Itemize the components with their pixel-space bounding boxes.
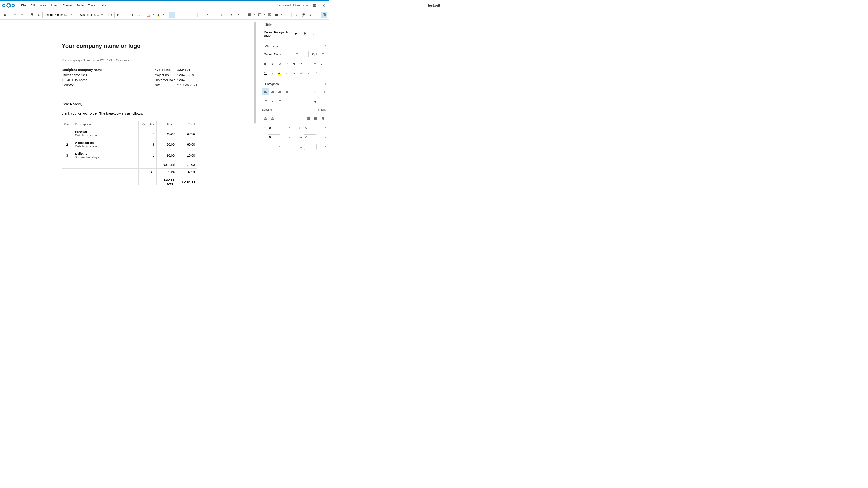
- line-spacing-button[interactable]: [262, 143, 269, 150]
- indent-after-input[interactable]: [304, 134, 316, 140]
- increase-indent-button[interactable]: [230, 12, 236, 18]
- highlight-color-dropdown[interactable]: ▼: [162, 12, 165, 18]
- align-justify-button[interactable]: [284, 88, 290, 95]
- paragraph-style-dropdown[interactable]: Default Paragraph ... ▼: [42, 12, 74, 18]
- menu-table[interactable]: Table: [74, 2, 86, 9]
- align-center-button[interactable]: [269, 88, 276, 95]
- character-panel-launch-icon[interactable]: A̲: [324, 45, 327, 48]
- char-spacing-button[interactable]: VA: [298, 70, 305, 76]
- font-name-dropdown[interactable]: Source Sans Pro ▼: [262, 51, 301, 57]
- document-page[interactable]: Your company name or logo Your company ·…: [40, 24, 219, 185]
- bullet-list-button[interactable]: [213, 12, 219, 18]
- bullet-list-button[interactable]: [262, 98, 269, 105]
- underline-button[interactable]: U: [276, 60, 283, 67]
- increase-space-above-icon[interactable]: [262, 115, 269, 122]
- subscript-button[interactable]: X₂: [320, 70, 327, 76]
- paragraph-section-header[interactable]: ⌄ Paragraph ≡: [262, 81, 327, 87]
- text-direction-rtl-button[interactable]: ←¶: [320, 88, 327, 95]
- line-spacing-dropdown[interactable]: ▼: [206, 12, 209, 18]
- menu-tools[interactable]: Tools: [86, 2, 97, 9]
- insert-special-char-button[interactable]: Ω: [307, 12, 313, 18]
- highlight-color-dropdown[interactable]: ▼: [283, 70, 290, 76]
- space-below-input[interactable]: [268, 134, 280, 140]
- new-style-icon[interactable]: [320, 31, 327, 37]
- undo-button[interactable]: [12, 12, 18, 18]
- decrease-font-size-icon[interactable]: A↓: [320, 60, 327, 67]
- invoice-table[interactable]: Pos. Description Quantity Price Total 1 …: [62, 121, 197, 185]
- menu-file[interactable]: File: [19, 2, 28, 9]
- redo-button[interactable]: [19, 12, 25, 18]
- insert-hyperlink-button[interactable]: [300, 12, 307, 18]
- font-color-button[interactable]: A: [262, 70, 269, 76]
- italic-button[interactable]: I: [122, 12, 128, 18]
- clone-formatting-icon[interactable]: [29, 12, 35, 18]
- menu-view[interactable]: View: [38, 2, 49, 9]
- scrollbar[interactable]: [254, 22, 256, 183]
- align-left-button[interactable]: [169, 12, 175, 18]
- first-line-indent-input[interactable]: [304, 144, 317, 150]
- superscript-button[interactable]: X²: [313, 70, 319, 76]
- font-name-dropdown[interactable]: Source Sans Pro ▼: [78, 12, 105, 18]
- hanging-indent-icon[interactable]: [320, 115, 327, 122]
- char-spacing-dropdown[interactable]: ▼: [305, 70, 312, 76]
- strikethrough-button[interactable]: S: [135, 12, 142, 18]
- style-panel-launch-icon[interactable]: ◳: [324, 23, 327, 26]
- indent-before-input[interactable]: [304, 125, 316, 131]
- bullet-list-dropdown[interactable]: ▼: [269, 98, 276, 105]
- number-list-button[interactable]: [276, 98, 283, 105]
- collapse-toolbar-icon[interactable]: [2, 12, 8, 18]
- insert-table-dropdown[interactable]: ▼: [253, 12, 256, 18]
- underline-dropdown[interactable]: ▼: [284, 60, 290, 67]
- style-section-header[interactable]: ⌄ Style ◳: [262, 22, 327, 28]
- insert-table-button[interactable]: [247, 12, 253, 18]
- clear-formatting-icon[interactable]: T: [298, 60, 305, 67]
- insert-image-button[interactable]: [256, 12, 263, 18]
- update-style-icon[interactable]: [311, 31, 317, 37]
- align-left-button[interactable]: [262, 88, 269, 95]
- line-spacing-dropdown[interactable]: ▼: [276, 143, 283, 150]
- decrease-indent-icon[interactable]: [312, 115, 319, 122]
- clone-style-icon[interactable]: [302, 31, 308, 37]
- clear-formatting-icon[interactable]: [36, 12, 42, 18]
- font-size-dropdown[interactable]: 12 pt ▼: [308, 51, 327, 57]
- line-spacing-button[interactable]: [199, 12, 206, 18]
- text-direction-ltr-button[interactable]: ¶→: [312, 88, 319, 95]
- align-right-button[interactable]: [276, 88, 283, 95]
- insert-line-button[interactable]: [283, 12, 289, 18]
- paragraph-style-dropdown[interactable]: Default Paragraph Style ▼: [262, 29, 299, 39]
- scrollbar-thumb[interactable]: [254, 22, 256, 124]
- insert-comment-button[interactable]: [293, 12, 300, 18]
- menu-insert[interactable]: Insert: [49, 2, 61, 9]
- font-size-dropdown[interactable]: 12 ▼: [105, 12, 115, 18]
- font-color-dropdown[interactable]: ▼: [269, 70, 276, 76]
- align-center-button[interactable]: [176, 12, 182, 18]
- paragraph-panel-launch-icon[interactable]: ≡: [325, 83, 327, 86]
- decrease-space-above-icon[interactable]: [269, 115, 276, 122]
- zoom-settings-icon[interactable]: [311, 2, 317, 8]
- insert-shape-button[interactable]: [273, 12, 280, 18]
- align-right-button[interactable]: [182, 12, 189, 18]
- number-list-button[interactable]: 123: [219, 12, 226, 18]
- insert-image-dropdown[interactable]: ▼: [264, 12, 266, 18]
- clear-char-formatting-icon[interactable]: [291, 70, 298, 76]
- bold-button[interactable]: B: [262, 60, 269, 67]
- strikethrough-button[interactable]: S: [291, 60, 298, 67]
- font-color-dropdown[interactable]: ▼: [152, 12, 155, 18]
- close-button[interactable]: [320, 2, 327, 8]
- insert-shape-dropdown[interactable]: ▼: [280, 12, 283, 18]
- sidebar-toggle-button[interactable]: [321, 12, 327, 18]
- italic-button[interactable]: I: [269, 60, 276, 67]
- number-list-dropdown[interactable]: ▼: [284, 98, 290, 105]
- bold-button[interactable]: B: [115, 12, 121, 18]
- increase-indent-icon[interactable]: [305, 115, 312, 122]
- space-above-input[interactable]: [268, 125, 280, 131]
- paragraph-bgcolor-button[interactable]: [312, 98, 319, 105]
- highlight-color-button[interactable]: [156, 12, 162, 18]
- highlight-color-button[interactable]: [276, 70, 283, 76]
- decrease-indent-button[interactable]: [237, 12, 243, 18]
- underline-button[interactable]: U: [129, 12, 135, 18]
- insert-chart-button[interactable]: [267, 12, 273, 18]
- character-section-header[interactable]: ⌄ Character A̲: [262, 43, 327, 50]
- menu-help[interactable]: Help: [97, 2, 108, 9]
- menu-edit[interactable]: Edit: [28, 2, 38, 9]
